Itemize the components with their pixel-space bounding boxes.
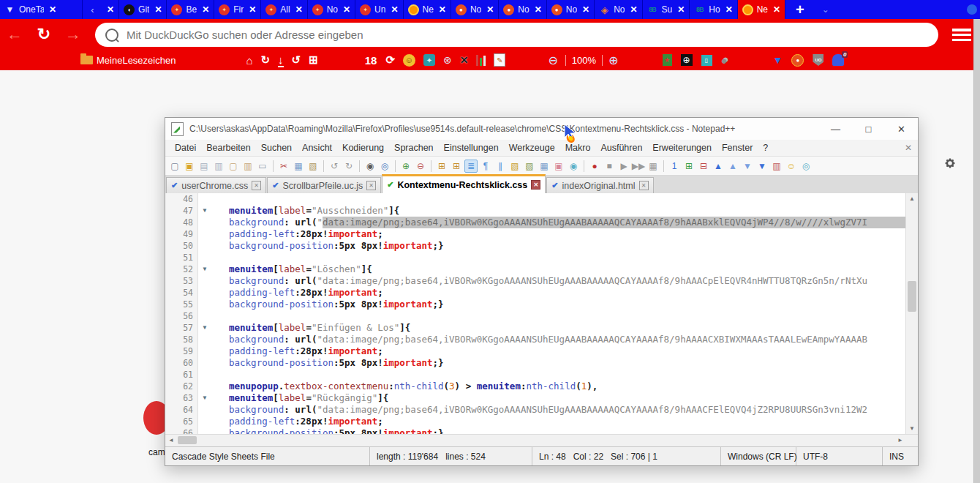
status-insert-mode[interactable]: INS <box>883 447 918 465</box>
url-bar[interactable] <box>95 23 938 47</box>
document-tab[interactable]: ✔indexOriginal.html✕ <box>546 177 653 193</box>
page-gear-icon[interactable] <box>944 157 956 169</box>
document-tab-close-icon[interactable]: ✕ <box>252 181 261 190</box>
fold-marker-icon[interactable]: ▼ <box>198 322 211 334</box>
edit-notes-icon[interactable]: ✎ <box>494 53 505 67</box>
molecule-addon-icon[interactable]: ● <box>721 53 728 67</box>
minimize-button[interactable]: — <box>819 124 852 135</box>
new-tab-button[interactable]: + <box>785 0 815 19</box>
run-macro-multi-icon[interactable]: ▶▶ <box>632 160 645 173</box>
restore-session-icon[interactable]: ↺ <box>292 53 301 67</box>
replace-icon[interactable]: ◎ <box>378 160 391 173</box>
zoom-out-icon[interactable]: ⊖ <box>548 53 557 67</box>
doc-list-icon[interactable]: ▦ <box>538 160 551 173</box>
save-page-icon[interactable]: ▯ <box>701 55 712 66</box>
sync-icon[interactable]: ⟳ <box>385 53 395 67</box>
paste-icon[interactable]: ▧ <box>306 160 320 173</box>
document-tab-close-icon[interactable]: ✕ <box>531 180 540 190</box>
document-tab-close-icon[interactable]: ✕ <box>366 181 376 190</box>
save-macro-icon[interactable]: ▦ <box>647 160 660 173</box>
menu-item-sprachen[interactable]: Sprachen <box>389 143 439 153</box>
browser-tab[interactable]: ◈No✕ <box>595 0 642 19</box>
menu-item-?[interactable]: ? <box>758 143 773 153</box>
play-macro-icon[interactable]: ▶ <box>617 160 630 173</box>
cut-icon[interactable]: ✂ <box>277 160 290 173</box>
browser-tab[interactable]: ✦All✕ <box>261 0 307 19</box>
ghostery-icon[interactable]: 0 <box>832 54 844 66</box>
unfold-all-icon[interactable]: ▼ <box>755 160 769 173</box>
close-button[interactable]: ✕ <box>885 124 918 135</box>
preview-plugin-icon[interactable]: ◎ <box>799 160 813 173</box>
new-file-icon[interactable]: ▢ <box>168 160 181 173</box>
equalizer-icon[interactable] <box>476 55 486 66</box>
reload-button[interactable]: ↻ <box>29 25 59 44</box>
zoom-in-icon[interactable]: ⊕ <box>399 160 412 173</box>
bookmark-star-icon[interactable]: ★ <box>663 54 672 66</box>
editor-area[interactable]: 4647▼menuitem[label="Ausschneiden"]{48ba… <box>165 193 918 434</box>
doc-map-icon[interactable]: ▨ <box>523 160 536 173</box>
editor-horizontal-scrollbar[interactable]: ◄ ► <box>165 434 918 446</box>
redo-icon[interactable]: ↻ <box>342 160 355 173</box>
browser-tab[interactable]: ◖Git✕ <box>119 0 167 19</box>
tab-close-icon[interactable]: ✕ <box>439 4 446 15</box>
collapse-all-icon[interactable]: ▲ <box>712 160 725 173</box>
scroll-up-icon[interactable]: ▲ <box>906 193 918 204</box>
document-tab-close-icon[interactable]: ✕ <box>639 181 649 190</box>
tab-close-icon[interactable]: ✕ <box>725 4 733 15</box>
vscroll-thumb[interactable] <box>908 281 916 312</box>
document-tab-active[interactable]: ✔Kontextmenu-Rechtsklick.css✕ <box>382 174 546 193</box>
scroll-down-icon[interactable]: ▼ <box>906 423 918 434</box>
fold-marker-icon[interactable]: ▼ <box>198 205 211 217</box>
folder-workspace-icon[interactable]: ▣ <box>552 160 565 173</box>
menu-item-werkzeuge[interactable]: Werkzeuge <box>504 143 560 153</box>
browser-scrollbar[interactable] <box>973 19 980 483</box>
smiley-addon-icon[interactable]: ☺ <box>403 54 415 67</box>
zoom-out-icon[interactable]: ⊖ <box>414 160 427 173</box>
sync-vertical-icon[interactable]: ⊞ <box>435 160 448 173</box>
menu-item-erweiterungen[interactable]: Erweiterungen <box>647 143 717 153</box>
hscroll-thumb[interactable] <box>178 436 197 444</box>
forward-button[interactable]: → <box>59 25 88 44</box>
tab-close-icon[interactable]: ✕ <box>535 4 542 15</box>
fold-marker-icon[interactable]: ▼ <box>198 392 211 404</box>
browser-tab[interactable]: ●No✕ <box>499 0 546 19</box>
close-all-files-icon[interactable]: ▥ <box>241 160 255 173</box>
tools-icon[interactable]: ✕ <box>460 53 469 67</box>
browser-tab[interactable]: Ne✕ <box>404 0 451 19</box>
tab-close-icon[interactable]: ✕ <box>295 4 303 15</box>
tab-overflow-chevron-icon[interactable]: ⌄ <box>815 0 837 19</box>
bookmark-toggle-icon[interactable]: ⊞ <box>682 160 696 173</box>
goto-line-icon[interactable]: 1 <box>668 160 681 173</box>
tab-close-icon[interactable]: ✕ <box>677 4 685 15</box>
indent-guide-icon[interactable]: ∥ <box>494 160 507 173</box>
ublock-origin-icon[interactable]: UO <box>813 54 823 66</box>
tab-close-icon[interactable]: ✕ <box>391 4 398 15</box>
menu-item-ausfhren[interactable]: Ausführen <box>595 143 647 153</box>
tab-close-icon[interactable]: ✕ <box>202 4 209 15</box>
tab-close-icon[interactable]: ✕ <box>486 4 494 15</box>
smiley-plugin-icon[interactable]: ☺ <box>785 160 798 173</box>
browser-tab[interactable]: ✦Fir✕ <box>214 0 261 19</box>
scroll-right-icon[interactable]: ► <box>894 435 906 446</box>
tab-close-icon[interactable]: ✕ <box>107 4 114 15</box>
close-file-icon[interactable]: ▢ <box>227 160 240 173</box>
notepad-title-bar[interactable]: C:\Users\askas\AppData\Roaming\Mozilla\F… <box>165 118 918 140</box>
browser-tab[interactable]: ✦No✕ <box>308 0 355 19</box>
copy-icon[interactable]: ▦ <box>292 160 305 173</box>
browser-tab[interactable]: 8BHo✕ <box>690 0 737 19</box>
zoom-in-icon[interactable]: ⊕ <box>608 53 618 67</box>
fold-current-icon[interactable]: ▲ <box>726 160 739 173</box>
bookmark-clear-icon[interactable]: ⊟ <box>697 160 710 173</box>
menu-item-suchen[interactable]: Suchen <box>256 143 297 153</box>
tab-close-icon[interactable]: ✕ <box>249 4 256 15</box>
editor-vertical-scrollbar[interactable]: ▲ ▼ <box>905 193 918 434</box>
browser-tab[interactable]: 8BSu✕ <box>643 0 690 19</box>
menu-item-kodierung[interactable]: Kodierung <box>337 143 389 153</box>
fold-marker-icon[interactable]: ▼ <box>198 263 211 275</box>
tab-close-icon[interactable]: ✕ <box>343 4 350 15</box>
view-eye-icon[interactable]: ◉ <box>567 160 580 173</box>
hamburger-menu-icon[interactable] <box>952 29 971 41</box>
home-icon[interactable]: ⌂ <box>246 53 252 67</box>
find-icon[interactable]: ◉ <box>363 160 377 173</box>
scroll-left-icon[interactable]: ◄ <box>165 435 177 446</box>
